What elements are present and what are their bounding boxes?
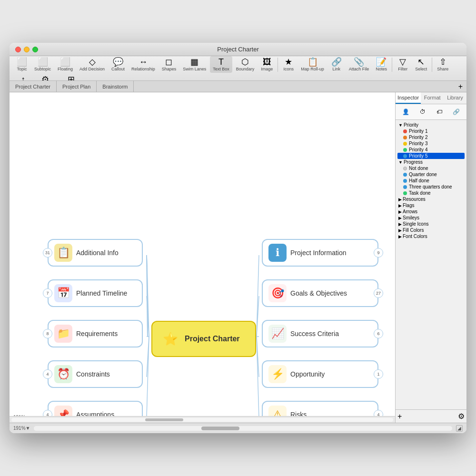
- callout-button[interactable]: 💬 Callout: [109, 56, 128, 73]
- font-colors-header[interactable]: ▶ Font Colors: [397, 233, 465, 239]
- map-rollup-button[interactable]: 📋 Map Roll-up: [298, 56, 327, 73]
- separator-3: [432, 58, 432, 72]
- subtopic-button[interactable]: ⬜ Subtopic: [31, 56, 54, 73]
- canvas[interactable]: 31 📋 Additional Info 7 📅 Planned Timelin…: [10, 92, 395, 423]
- priority-1-item[interactable]: Priority 1: [397, 128, 465, 134]
- add-button[interactable]: +: [397, 412, 402, 421]
- half-done-item[interactable]: Half done: [397, 178, 465, 184]
- goals-objectives-node[interactable]: 🎯 Goals & Objectives 27: [262, 279, 378, 307]
- constraints-node[interactable]: 4 ⏰ Constraints: [48, 360, 143, 388]
- tab-project-charter[interactable]: Project Charter: [10, 81, 57, 92]
- scroll-thumb-h[interactable]: [201, 426, 239, 430]
- horizontal-scrollbar[interactable]: [10, 416, 395, 423]
- scroll-h[interactable]: [34, 426, 452, 431]
- quarter-done-label: Quarter done: [409, 172, 437, 177]
- text-box-button[interactable]: T Text Box: [210, 56, 232, 73]
- three-quarters-done-item[interactable]: Three quarters done: [397, 184, 465, 190]
- success-criteria-node[interactable]: 📈 Success Criteria 6: [262, 320, 378, 347]
- swim-lanes-button[interactable]: ▦ Swim Lanes: [180, 56, 209, 73]
- tab-project-plan[interactable]: Project Plan: [57, 81, 97, 92]
- chain-icon[interactable]: 🔗: [450, 106, 462, 118]
- filter-label: Filter: [398, 67, 407, 71]
- priority-3-dot: [403, 142, 407, 146]
- floating-button[interactable]: ⬜ Floating: [55, 56, 76, 73]
- publish-button[interactable]: ↑ Publish: [13, 74, 33, 81]
- notes-button[interactable]: 📝 Notes: [373, 56, 390, 73]
- not-done-dot: [403, 167, 407, 170]
- maximize-button[interactable]: [32, 47, 38, 52]
- project-charter-node[interactable]: ⭐ Project Charter: [151, 321, 256, 357]
- opportunity-node[interactable]: ⚡ Opportunity 1: [262, 360, 378, 388]
- svg-line-5: [147, 337, 149, 417]
- planned-timeline-badge: 7: [43, 288, 52, 298]
- add-decision-button[interactable]: ◇ Add Decision: [77, 56, 108, 73]
- project-information-node[interactable]: ℹ Project Information 9: [262, 239, 378, 267]
- priority-1-label: Priority 1: [409, 129, 427, 134]
- priority-3-item[interactable]: Priority 3: [397, 140, 465, 147]
- fill-colors-label: Fill Colors: [403, 228, 424, 233]
- inspector-icon-row: 👤 ⏱ 🏷 🔗: [396, 104, 466, 120]
- clock-icon[interactable]: ⏱: [417, 106, 428, 118]
- tab-library[interactable]: Library: [444, 92, 466, 104]
- share-button[interactable]: ⇧ Share: [434, 56, 451, 73]
- success-criteria-badge: 6: [374, 329, 383, 338]
- priority-5-item[interactable]: Priority 5: [397, 153, 465, 159]
- zoom-dropdown[interactable]: ▼: [26, 426, 30, 431]
- priority-4-item[interactable]: Priority 4: [397, 147, 465, 153]
- task-done-item[interactable]: Task done: [397, 190, 465, 196]
- additional-info-node[interactable]: 31 📋 Additional Info: [48, 239, 143, 267]
- progress-header[interactable]: ▼ Progress: [397, 159, 465, 165]
- single-icons-header[interactable]: ▶ Single Icons: [397, 221, 465, 227]
- boundary-button[interactable]: ⬡ Boundary: [233, 56, 258, 73]
- priority-header[interactable]: ▼ Priority: [397, 122, 465, 128]
- tab-format[interactable]: Format: [421, 92, 444, 104]
- image-button[interactable]: 🖼 Image: [258, 56, 276, 73]
- tag-icon[interactable]: 🏷: [434, 106, 445, 118]
- resize-handle[interactable]: ◢: [456, 425, 463, 432]
- not-done-label: Not done: [409, 166, 428, 171]
- priority-2-item[interactable]: Priority 2: [397, 134, 465, 140]
- additional-info-badge: 31: [43, 248, 52, 258]
- smileys-header[interactable]: ▶ Smileys: [397, 215, 465, 221]
- share-label: Share: [437, 67, 448, 71]
- link-icon: 🔗: [331, 58, 342, 66]
- select-button[interactable]: ↖ Select: [412, 56, 430, 73]
- tab-inspector[interactable]: Inspector: [396, 92, 421, 104]
- close-button[interactable]: [15, 47, 21, 52]
- relationship-button[interactable]: ↔ Relationship: [129, 56, 158, 73]
- tab-brainstorm[interactable]: Brainstorm: [97, 81, 134, 92]
- arrows-header[interactable]: ▶ Arrows: [397, 208, 465, 215]
- person-icon[interactable]: 👤: [400, 106, 412, 118]
- minimize-button[interactable]: [24, 47, 30, 52]
- icons-icon: ★: [285, 58, 292, 66]
- app-window: Project Charter ⬜ Topic ⬜ Subtopic ⬜ Flo…: [10, 43, 466, 433]
- gear-icon[interactable]: ⚙: [458, 412, 465, 421]
- resources-header[interactable]: ▶ Resources: [397, 196, 465, 202]
- inspector-tree: ▼ Priority Priority 1 Priority 2 Priorit…: [396, 120, 466, 409]
- link-button[interactable]: 🔗 Link: [328, 56, 345, 73]
- swim-lanes-icon: ▦: [190, 58, 198, 66]
- requirements-node[interactable]: 8 📁 Requirements: [48, 320, 143, 347]
- traffic-lights: [15, 47, 38, 52]
- task-panes-button[interactable]: ⊞ Task Panes: [57, 74, 85, 81]
- project-information-icon: ℹ: [268, 244, 287, 262]
- scroll-thumb[interactable]: [145, 418, 183, 421]
- fill-colors-header[interactable]: ▶ Fill Colors: [397, 227, 465, 233]
- services-button[interactable]: ⚙ Services: [34, 74, 57, 81]
- quarter-done-item[interactable]: Quarter done: [397, 171, 465, 178]
- shapes-button[interactable]: ◻ Shapes: [159, 56, 179, 73]
- constraints-badge: 4: [43, 369, 52, 379]
- not-done-item[interactable]: Not done: [397, 165, 465, 171]
- icons-button[interactable]: ★ Icons: [280, 56, 297, 73]
- priority-3-label: Priority 3: [409, 141, 427, 146]
- planned-timeline-node[interactable]: 7 📅 Planned Timeline: [48, 279, 143, 307]
- filter-button[interactable]: ▽ Filter: [394, 56, 411, 73]
- attach-file-button[interactable]: 📎 Attach File: [346, 56, 372, 73]
- topic-button[interactable]: ⬜ Topic: [13, 56, 30, 73]
- callout-label: Callout: [111, 67, 125, 71]
- add-tab-button[interactable]: +: [455, 81, 466, 92]
- flags-header[interactable]: ▶ Flags: [397, 202, 465, 208]
- map-rollup-label: Map Roll-up: [301, 67, 324, 71]
- shapes-icon: ◻: [165, 58, 172, 66]
- tab-bar-filler: [134, 81, 454, 92]
